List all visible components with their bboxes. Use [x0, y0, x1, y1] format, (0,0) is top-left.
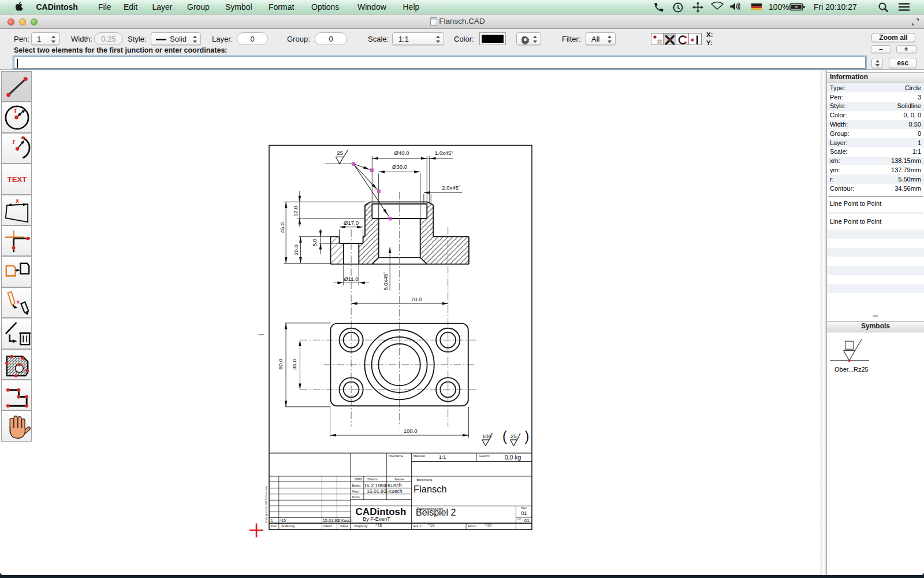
svg-text:12.0: 12.0 — [292, 206, 299, 217]
svg-text:1.0x45°: 1.0x45° — [435, 150, 454, 156]
svg-text:Ø40.0: Ø40.0 — [394, 150, 409, 156]
svg-text:Datum: Datum — [367, 477, 378, 481]
svg-text:45.0: 45.0 — [279, 223, 285, 234]
svg-text:Ursprung:: Ursprung: — [354, 524, 368, 528]
svg-text:x: x — [16, 298, 20, 304]
svg-text:25: 25 — [511, 433, 517, 439]
svg-text:Ers. f.:: Ers. f.: — [413, 524, 423, 528]
svg-text:r: r — [14, 106, 17, 114]
svg-text:Name: Name — [340, 524, 348, 528]
svg-text:0,0 kg: 0,0 kg — [505, 454, 521, 461]
svg-text:By F-EvenT: By F-EvenT — [363, 516, 390, 522]
svg-text:Copyright nach DIN 34 beachten: Copyright nach DIN 34 beachten — [264, 486, 267, 523]
svg-text:Maßstab: Maßstab — [413, 454, 425, 458]
svg-text:01: 01 — [524, 518, 530, 523]
svg-text:Ø30.0: Ø30.0 — [392, 164, 407, 170]
svg-text:01: 01 — [521, 510, 527, 516]
svg-text:CADintosh: CADintosh — [356, 506, 407, 517]
svg-text:Ers.d.:: Ers.d.: — [468, 524, 478, 528]
svg-text:15.2.1992: 15.2.1992 — [364, 483, 386, 488]
svg-text:100.0: 100.0 — [404, 428, 418, 434]
svg-text:Blatt: Blatt — [521, 507, 527, 510]
svg-text:r: r — [12, 137, 15, 146]
svg-text:Gepr.: Gepr. — [352, 490, 360, 493]
svg-text:5.0: 5.0 — [311, 239, 318, 246]
svg-text:1993: 1993 — [354, 477, 362, 481]
svg-text:1: 1 — [271, 518, 273, 523]
svg-text:Flansch: Flansch — [413, 484, 447, 494]
svg-text:J.Kusch: J.Kusch — [383, 483, 401, 488]
svg-text:2.0x45°: 2.0x45° — [442, 184, 461, 191]
svg-text:TEXT: TEXT — [7, 176, 27, 184]
svg-text:15.01.93: 15.01.93 — [323, 518, 339, 523]
svg-text:^16: ^16 — [375, 523, 382, 528]
svg-text:Beispiel 2: Beispiel 2 — [416, 507, 456, 517]
svg-text:Gewicht: Gewicht — [479, 454, 490, 458]
svg-text:Norm.: Norm. — [352, 495, 361, 499]
svg-text:Datum: Datum — [323, 524, 332, 528]
svg-text:70.0: 70.0 — [411, 296, 422, 302]
svg-text:36.0: 36.0 — [291, 359, 297, 370]
svg-text:Ø17.0: Ø17.0 — [344, 220, 359, 226]
svg-text:25: 25 — [337, 150, 343, 156]
svg-text:Ober...Rz25: Ober...Rz25 — [834, 366, 869, 373]
svg-text:(: ( — [502, 429, 507, 444]
svg-text:1:1: 1:1 — [439, 454, 446, 460]
svg-text:60.0: 60.0 — [277, 359, 284, 370]
svg-text:Name: Name — [394, 477, 404, 481]
svg-text:Ø11.0: Ø11.0 — [344, 276, 358, 282]
svg-text:J.Kusch: J.Kusch — [384, 488, 402, 494]
svg-text:Bearb.: Bearb. — [352, 484, 362, 487]
svg-text:Änderung: Änderung — [282, 524, 295, 528]
svg-text:): ) — [525, 429, 530, 444]
svg-text:20.0: 20.0 — [293, 244, 299, 255]
svg-text:Oberfläche: Oberfläche — [389, 454, 403, 458]
svg-text:5.0x45°: 5.0x45° — [382, 272, 389, 291]
svg-text:Zust.: Zust. — [271, 524, 278, 528]
svg-text:^15: ^15 — [280, 518, 286, 523]
svg-text:Benennung: Benennung — [417, 478, 433, 481]
svg-text:von: von — [517, 517, 521, 520]
svg-text:^19: ^19 — [485, 523, 492, 528]
svg-text:^18: ^18 — [428, 523, 435, 528]
svg-text:J.Kusch: J.Kusch — [338, 518, 352, 523]
svg-text:x: x — [15, 197, 18, 204]
svg-text:15.01.93: 15.01.93 — [367, 488, 386, 494]
